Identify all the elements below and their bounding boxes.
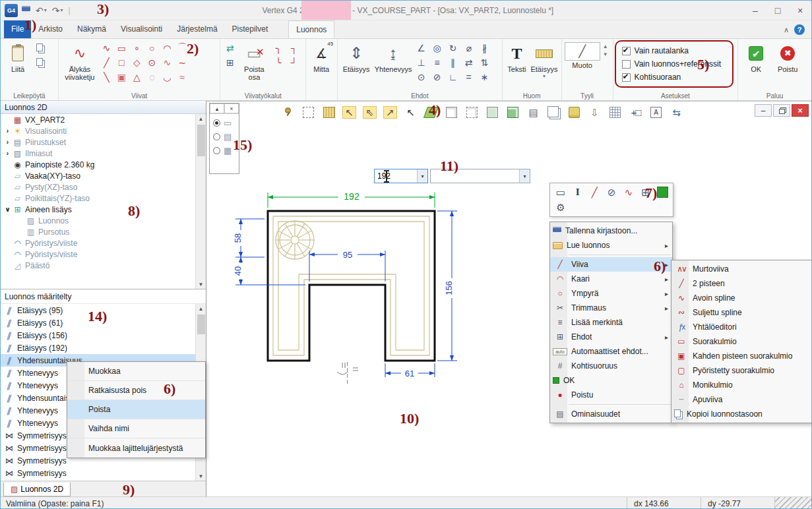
dropdown-button[interactable]: ▾: [519, 169, 530, 183]
line-tool-button[interactable]: ⊙: [144, 55, 160, 70]
view-mode-option[interactable]: ▭: [210, 114, 239, 128]
constraint-button[interactable]: ⊙: [414, 70, 429, 84]
canvas-toolbar-button[interactable]: [484, 104, 501, 121]
tree-item[interactable]: ∨ ⊞ Aineen lisäys: [1, 204, 206, 215]
menu-item[interactable]: auto Automaattiset ehdot...: [550, 344, 672, 359]
context-menu-item[interactable]: Poista: [67, 400, 205, 419]
submenu-item[interactable]: ƒx Yhtälöeditori: [671, 320, 811, 334]
line-tool-button[interactable]: ∿: [160, 55, 175, 70]
line-tool-button[interactable]: ╱: [99, 55, 114, 70]
radio-button[interactable]: [213, 119, 220, 127]
context-menu-item[interactable]: Muokkaa lajittelujärjestystä: [67, 438, 205, 458]
line-tool-button[interactable]: □: [114, 55, 129, 70]
app-logo-icon[interactable]: G4: [5, 4, 18, 17]
constraint-button[interactable]: ∠: [414, 41, 429, 55]
ribbon-tab[interactable]: Näkymä: [70, 20, 113, 38]
corner-tool-button[interactable]: ┘: [286, 55, 301, 70]
canvas-toolbar-button[interactable]: ⇆: [668, 104, 685, 121]
list-item[interactable]: ⋈ Symmetrisyys: [1, 467, 206, 479]
tree-item[interactable]: › ☀ Visualisointi: [1, 125, 206, 136]
menu-item[interactable]: ╱ Viiva: [550, 257, 672, 272]
checkbox-row[interactable]: Vain luonnos+referenssit: [622, 59, 722, 69]
resize-grip[interactable]: [774, 497, 811, 509]
menu-item[interactable]: Lue luonnos: [550, 238, 672, 253]
submenu-item[interactable]: ╌ Apuviiva: [671, 392, 811, 407]
canvas-toolbar-button[interactable]: ▤: [524, 104, 542, 121]
canvas-toolbar-button[interactable]: A: [647, 104, 665, 121]
constraint-button[interactable]: ∦: [477, 41, 492, 55]
canvas-toolbar-button[interactable]: [545, 104, 563, 121]
constraint-button[interactable]: ∥: [445, 55, 460, 70]
canvas-toolbar-button[interactable]: [443, 104, 460, 121]
list-item[interactable]: ∥ Etäisyys (95): [1, 304, 206, 316]
mini-toolbar-button[interactable]: [654, 185, 670, 200]
spin-up-icon[interactable]: ▲: [603, 44, 608, 49]
tree-item[interactable]: ▱ Pysty(XZ)-taso: [1, 181, 206, 193]
line-tool-button[interactable]: ≈: [175, 70, 190, 84]
mini-toolbar-button[interactable]: ∿: [621, 185, 637, 200]
canvas-toolbar-button[interactable]: [279, 104, 297, 121]
context-menu-item[interactable]: Vaihda nimi: [67, 419, 205, 438]
context-menu-item[interactable]: Ratkaisusta pois: [67, 381, 205, 400]
ok-button[interactable]: ✔ OK: [740, 41, 772, 73]
constraint-button[interactable]: ↻: [445, 41, 460, 55]
constraint-button[interactable]: ⇅: [477, 55, 492, 70]
panel-collapse-button[interactable]: ▴: [210, 104, 224, 113]
tree-item[interactable]: ◉ Painopiste 2.360 kg: [1, 159, 206, 170]
tree-expander-icon[interactable]: ∨: [3, 206, 12, 213]
tree-item[interactable]: ◠ Pyöristys/viiste: [1, 237, 206, 249]
line-tool-button[interactable]: ◠: [160, 41, 175, 55]
canvas-toolbar-button[interactable]: ↖: [402, 104, 420, 121]
line-tool-button[interactable]: ∘: [129, 41, 144, 55]
tree-item[interactable]: ▱ Poikittais(YZ)-taso: [1, 193, 206, 204]
canvas-toolbar-button[interactable]: [422, 104, 440, 121]
small-button[interactable]: [33, 41, 48, 55]
checkbox[interactable]: [622, 73, 631, 82]
menu-item[interactable]: ● Poistu: [550, 388, 672, 402]
canvas-toolbar-button[interactable]: ↗: [381, 104, 399, 121]
tab-luonnos-2d[interactable]: ▨ Luonnos 2D: [3, 483, 71, 496]
chevron-down-icon[interactable]: ▾: [543, 73, 546, 79]
constraint-button[interactable]: ⊥: [414, 55, 429, 70]
measure-button[interactable]: ∡45 Mitta: [308, 41, 334, 73]
canvas-toolbar-button[interactable]: [320, 104, 338, 121]
mini-toolbar-button[interactable]: ⊘: [604, 185, 619, 200]
canvas-toolbar-button[interactable]: [606, 104, 624, 121]
line-tool-button[interactable]: ⌒: [175, 41, 190, 55]
constraint-button[interactable]: ∟: [445, 70, 460, 84]
dimension-button[interactable]: Etäisyys ▾: [529, 41, 559, 79]
submenu-item[interactable]: ∧∨ Murtoviiva: [671, 262, 811, 276]
minimize-button[interactable]: –: [744, 1, 766, 20]
menu-item[interactable]: [569, 404, 671, 405]
tree-expander-icon[interactable]: ›: [3, 127, 12, 135]
submenu-item[interactable]: ⌂ Monikulmio: [671, 378, 811, 392]
line-tool-button[interactable]: ╲: [99, 70, 114, 84]
spin-down-icon[interactable]: ▼: [603, 51, 608, 57]
checkbox-row[interactable]: Kohtisuoraan: [622, 73, 722, 82]
help-icon[interactable]: ?: [794, 24, 805, 35]
smart-chain-button[interactable]: ∿ Älykäs viivaketju: [61, 41, 99, 81]
canvas-toolbar-button[interactable]: [504, 104, 522, 121]
canvas-toolbar-button[interactable]: ↖: [340, 104, 358, 121]
tree-scrollbar[interactable]: ▲ ▼: [195, 114, 206, 289]
radio-button[interactable]: [213, 147, 220, 154]
view-mode-option[interactable]: ▤: [210, 128, 239, 142]
shape-style-button[interactable]: ╱ Muoto: [564, 41, 601, 69]
exit-button[interactable]: ✖ Poistu: [772, 41, 803, 73]
edit-button[interactable]: ⊞: [222, 55, 237, 70]
submenu-item[interactable]: ▣ Kahden pisteen suorakulmio: [671, 349, 811, 363]
tree-item[interactable]: ▦ VX_PART2: [1, 114, 206, 125]
dimension-value-input[interactable]: [375, 171, 417, 181]
maximize-button[interactable]: □: [766, 1, 789, 20]
chevron-down-icon[interactable]: ▾: [60, 7, 63, 13]
line-tool-button[interactable]: ▣: [114, 70, 129, 84]
close-button[interactable]: ×: [789, 1, 811, 20]
submenu-item[interactable]: ▭ Suorakulmio: [671, 334, 811, 349]
menu-item[interactable]: Tallenna kirjastoon...: [550, 224, 672, 238]
constraint-button[interactable]: ≡: [429, 55, 445, 70]
scroll-thumb[interactable]: [197, 314, 205, 334]
ribbon-tab[interactable]: File: [4, 20, 31, 38]
list-item[interactable]: ∥ Etäisyys (192): [1, 342, 206, 354]
chevron-down-icon[interactable]: ▾: [44, 7, 47, 13]
menu-item[interactable]: ○ Ympyrä: [550, 286, 672, 301]
